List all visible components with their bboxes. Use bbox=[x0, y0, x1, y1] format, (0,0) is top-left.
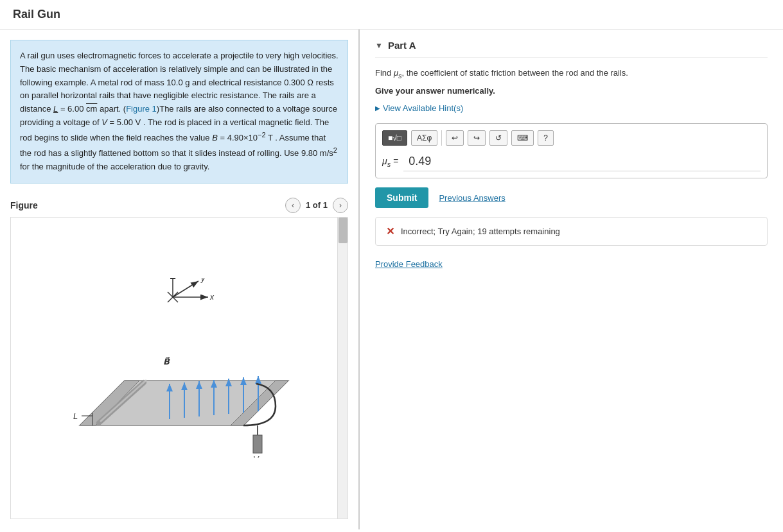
figure-header: Figure ‹ 1 of 1 › bbox=[0, 194, 358, 217]
prev-figure-button[interactable]: ‹ bbox=[285, 198, 301, 213]
reset-button[interactable]: ↺ bbox=[489, 130, 507, 146]
error-message: Incorrect; Try Again; 19 attempts remain… bbox=[401, 227, 560, 236]
help-button[interactable]: ? bbox=[538, 130, 554, 146]
svg-rect-28 bbox=[253, 435, 262, 453]
svg-line-2 bbox=[173, 281, 198, 297]
provide-feedback-link[interactable]: Provide Feedback bbox=[375, 259, 443, 269]
figure-page-indicator: 1 of 1 bbox=[306, 200, 328, 210]
undo-button[interactable]: ↩ bbox=[446, 130, 464, 146]
figure-canvas: z y x bbox=[10, 217, 348, 519]
left-panel: A rail gun uses electromagnetic forces t… bbox=[0, 30, 360, 529]
main-layout: A rail gun uses electromagnetic forces t… bbox=[0, 30, 783, 529]
right-panel: ▼ Part A Find μs, the coefficient of sta… bbox=[360, 30, 783, 529]
submit-button[interactable]: Submit bbox=[375, 187, 428, 208]
previous-answers-link[interactable]: Previous Answers bbox=[439, 193, 505, 203]
error-box: ✕ Incorrect; Try Again; 19 attempts rema… bbox=[375, 217, 768, 246]
answer-input-row: μs = bbox=[382, 152, 761, 171]
svg-text:L: L bbox=[73, 411, 78, 421]
part-arrow-icon: ▼ bbox=[375, 41, 383, 50]
next-figure-button[interactable]: › bbox=[333, 198, 348, 213]
figure-link[interactable]: Figure 1 bbox=[126, 104, 157, 114]
part-label: Part A bbox=[388, 40, 416, 51]
problem-text-box: A rail gun uses electromagnetic forces t… bbox=[10, 40, 348, 184]
diagram-container: z y x bbox=[11, 218, 348, 519]
figure-section: Figure ‹ 1 of 1 › z bbox=[0, 194, 358, 529]
svg-text:x: x bbox=[209, 293, 215, 302]
question-text: Find μs, the coefficient of static frict… bbox=[375, 67, 768, 81]
greek-symbols-button[interactable]: ΑΣφ bbox=[411, 130, 437, 146]
answer-toolbar: ■√□ ΑΣφ ↩ ↪ ↺ ⌨ ? bbox=[382, 130, 761, 146]
part-header: ▼ Part A bbox=[375, 40, 768, 58]
keyboard-button[interactable]: ⌨ bbox=[511, 130, 534, 146]
hint-link[interactable]: View Available Hint(s) bbox=[375, 103, 768, 113]
error-icon: ✕ bbox=[386, 225, 394, 237]
figure-label: Figure bbox=[10, 200, 38, 210]
svg-text:V: V bbox=[253, 454, 260, 458]
svg-text:y: y bbox=[200, 278, 206, 283]
math-symbol-button[interactable]: ■√□ bbox=[382, 130, 407, 146]
toolbar-separator bbox=[441, 130, 442, 146]
figure-nav-area: ‹ 1 of 1 › bbox=[285, 198, 348, 213]
rail-gun-diagram: z y x bbox=[44, 278, 314, 458]
scroll-thumb[interactable] bbox=[339, 218, 348, 243]
page-title: Rail Gun bbox=[0, 0, 783, 30]
submit-row: Submit Previous Answers bbox=[375, 187, 768, 208]
mu-label: μs = bbox=[382, 156, 398, 168]
answer-input[interactable] bbox=[403, 152, 761, 171]
answer-box: ■√□ ΑΣφ ↩ ↪ ↺ ⌨ ? μs = bbox=[375, 123, 768, 178]
scrollbar[interactable] bbox=[337, 218, 348, 519]
question-instruction: Give your answer numerically. bbox=[375, 86, 768, 96]
redo-button[interactable]: ↪ bbox=[468, 130, 486, 146]
svg-text:B⃗: B⃗ bbox=[163, 357, 170, 366]
